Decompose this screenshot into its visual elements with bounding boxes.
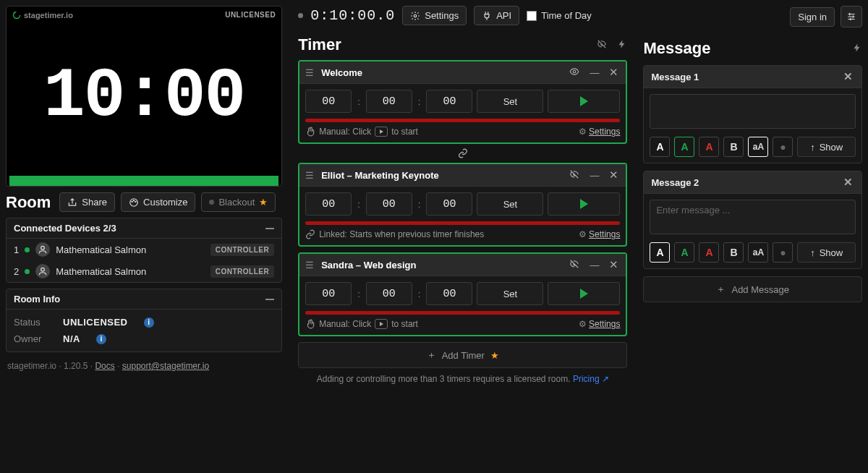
play-icon — [580, 96, 588, 106]
time-of-day-toggle[interactable]: Time of Day — [527, 10, 592, 21]
timer-progress — [305, 221, 620, 225]
color-green-button[interactable]: A — [674, 242, 694, 263]
timer-settings-link[interactable]: Settings — [589, 319, 620, 329]
eye-off-icon[interactable] — [568, 259, 581, 271]
settings-button[interactable]: Settings — [402, 6, 467, 25]
arrow-up-icon: ↑ — [810, 247, 815, 258]
svg-point-6 — [41, 268, 45, 271]
add-timer-button[interactable]: ＋ Add Timer ★ — [298, 342, 627, 368]
customize-button[interactable]: Customize — [121, 192, 195, 212]
devices-panel: Connected Devices 2/3 1 Mathematical Sal… — [6, 218, 282, 283]
device-row: 2 Mathematical Salmon CONTROLLER — [7, 260, 281, 282]
style-button[interactable]: ● — [773, 137, 793, 157]
timer-mode: Linked: Starts when previous timer finis… — [305, 229, 484, 239]
docs-link[interactable]: Docs — [95, 361, 114, 371]
seconds-input[interactable]: 00 — [426, 192, 472, 216]
preview-panel: stagetimer.io UNLICENSED 10:00 — [6, 6, 282, 187]
play-button[interactable] — [548, 282, 620, 305]
flash-icon[interactable] — [617, 39, 627, 51]
message-input[interactable] — [650, 200, 856, 234]
flash-icon[interactable] — [852, 43, 862, 55]
timer-name[interactable]: Welcome — [321, 67, 561, 78]
close-icon[interactable]: ✕ — [842, 176, 854, 189]
svg-point-5 — [41, 246, 45, 250]
online-dot-icon — [25, 247, 30, 252]
timer-settings-link[interactable]: Settings — [589, 127, 620, 137]
sign-in-button[interactable]: Sign in — [790, 7, 835, 27]
play-button[interactable] — [548, 192, 620, 216]
minimize-icon[interactable]: — — [588, 67, 600, 78]
gear-icon: ⚙ — [579, 319, 587, 329]
pricing-link[interactable]: Pricing ↗ — [573, 374, 609, 384]
support-link[interactable]: support@stagetimer.io — [122, 361, 209, 371]
show-button[interactable]: ↑ Show — [797, 242, 856, 263]
seconds-input[interactable]: 00 — [426, 90, 472, 113]
close-icon[interactable]: ✕ — [608, 258, 620, 271]
palette-icon — [129, 197, 139, 208]
drag-handle-icon[interactable]: ☰ — [305, 170, 314, 181]
hand-icon — [305, 319, 315, 329]
close-icon[interactable]: ✕ — [842, 70, 854, 83]
minutes-input[interactable]: 00 — [366, 282, 412, 305]
textsize-button[interactable]: aA — [748, 137, 768, 157]
color-white-button[interactable]: A — [650, 242, 670, 263]
timer-settings-link[interactable]: Settings — [589, 229, 620, 239]
gear-icon — [410, 11, 420, 21]
message-section-title: Message — [643, 39, 710, 58]
collapse-icon[interactable] — [265, 299, 274, 300]
close-icon[interactable]: ✕ — [608, 66, 620, 79]
style-button[interactable]: ● — [773, 242, 793, 263]
set-button[interactable]: Set — [477, 90, 543, 113]
timer-name[interactable]: Sandra – Web design — [321, 260, 561, 270]
api-button[interactable]: API — [474, 6, 519, 25]
color-white-button[interactable]: A — [650, 137, 670, 157]
plus-icon: ＋ — [427, 349, 436, 362]
minutes-input[interactable]: 00 — [366, 192, 412, 216]
eye-off-icon[interactable] — [568, 169, 581, 182]
checkbox-icon[interactable] — [527, 11, 537, 21]
svg-point-7 — [414, 14, 417, 17]
eye-icon[interactable] — [568, 67, 581, 79]
gear-icon: ⚙ — [579, 127, 587, 137]
play-button[interactable] — [548, 90, 620, 113]
set-button[interactable]: Set — [477, 282, 543, 305]
expand-button[interactable] — [841, 6, 862, 27]
textsize-button[interactable]: aA — [748, 242, 768, 263]
hours-input[interactable]: 00 — [305, 282, 352, 305]
sliders-icon — [846, 12, 856, 22]
show-button[interactable]: ↑ Show — [797, 137, 856, 157]
device-name: Mathematical Salmon — [56, 244, 146, 255]
collapse-icon[interactable] — [265, 228, 274, 229]
color-green-button[interactable]: A — [674, 137, 694, 157]
svg-point-0 — [14, 12, 20, 19]
bold-button[interactable]: B — [723, 137, 744, 157]
eye-off-icon[interactable] — [597, 39, 607, 51]
master-clock: 0:10:00.0 — [310, 7, 395, 24]
color-red-button[interactable]: A — [699, 137, 719, 157]
play-icon — [580, 199, 588, 209]
drag-handle-icon[interactable]: ☰ — [305, 260, 314, 270]
minutes-input[interactable]: 00 — [366, 90, 412, 113]
timer-mode: Manual: Click to start — [305, 127, 418, 137]
close-icon[interactable]: ✕ — [608, 169, 620, 182]
minimize-icon[interactable]: — — [588, 170, 600, 181]
svg-point-4 — [135, 201, 136, 202]
timer-name[interactable]: Elliot – Marketing Keynote — [321, 170, 561, 181]
add-message-button[interactable]: ＋ Add Message — [643, 276, 862, 302]
hours-input[interactable]: 00 — [305, 192, 352, 216]
plug-icon — [482, 11, 492, 21]
hours-input[interactable]: 00 — [305, 90, 352, 113]
drag-handle-icon[interactable]: ☰ — [305, 67, 314, 78]
info-icon[interactable]: i — [144, 318, 154, 328]
seconds-input[interactable]: 00 — [426, 282, 472, 305]
message-input[interactable] — [650, 94, 856, 129]
star-icon: ★ — [490, 350, 499, 361]
set-button[interactable]: Set — [477, 192, 543, 216]
color-red-button[interactable]: A — [699, 242, 719, 263]
info-icon[interactable]: i — [96, 334, 106, 344]
bold-button[interactable]: B — [723, 242, 744, 263]
minimize-icon[interactable]: — — [588, 260, 600, 270]
share-button[interactable]: Share — [59, 192, 115, 212]
blackout-button[interactable]: Blackout ★ — [201, 192, 276, 212]
device-index: 2 — [14, 266, 19, 277]
